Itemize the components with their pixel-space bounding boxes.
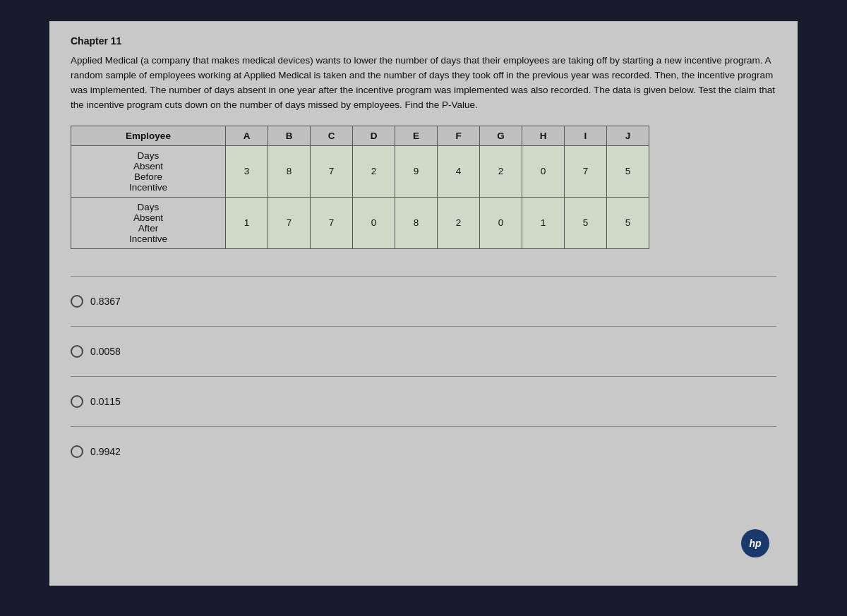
cell-after-g: 0 — [480, 197, 522, 248]
option-2-value: 0.0058 — [90, 346, 121, 357]
cell-before-b: 8 — [268, 145, 311, 197]
data-table: Employee A B C D E F G H I J DaysAbsentB… — [71, 126, 649, 249]
cell-after-b: 7 — [268, 197, 311, 248]
option-4[interactable]: 0.9942 — [71, 445, 776, 458]
radio-1[interactable] — [71, 295, 83, 308]
col-b: B — [268, 126, 311, 145]
cell-before-a: 3 — [226, 145, 268, 197]
cell-after-e: 8 — [395, 197, 438, 248]
cell-before-d: 2 — [353, 145, 395, 197]
option-3[interactable]: 0.0115 — [71, 395, 776, 408]
divider-1 — [71, 276, 776, 277]
row-before-label: DaysAbsentBeforeIncentive — [71, 145, 226, 197]
option-1[interactable]: 0.8367 — [71, 295, 776, 308]
answer-options: 0.8367 0.0058 0.0115 0.9942 — [71, 270, 776, 458]
option-3-value: 0.0115 — [90, 396, 121, 407]
row-before-incentive: DaysAbsentBeforeIncentive 3 8 7 2 9 4 2 … — [71, 145, 649, 197]
cell-after-i: 5 — [565, 197, 607, 248]
col-a: A — [226, 126, 268, 145]
col-i: I — [565, 126, 607, 145]
divider-2 — [71, 326, 776, 327]
table-header-row: Employee A B C D E F G H I J — [71, 126, 649, 145]
radio-3[interactable] — [71, 395, 83, 408]
divider-4 — [71, 426, 776, 427]
cell-after-c: 7 — [311, 197, 353, 248]
col-employee: Employee — [71, 126, 226, 145]
col-e: E — [395, 126, 438, 145]
cell-before-g: 2 — [480, 145, 522, 197]
cell-before-f: 4 — [438, 145, 480, 197]
row-after-incentive: DaysAbsentAfterIncentive 1 7 7 0 8 2 0 1… — [71, 197, 649, 248]
divider-3 — [71, 376, 776, 377]
radio-2[interactable] — [71, 345, 83, 358]
col-c: C — [311, 126, 353, 145]
col-h: H — [522, 126, 565, 145]
page-container: Chapter 11 Applied Medical (a company th… — [49, 21, 798, 586]
problem-text: Applied Medical (a company that makes me… — [71, 54, 776, 113]
col-d: D — [353, 126, 395, 145]
hp-logo: hp — [741, 529, 769, 557]
cell-after-a: 1 — [226, 197, 268, 248]
option-4-value: 0.9942 — [90, 446, 121, 457]
chapter-title: Chapter 11 — [71, 35, 776, 47]
cell-after-d: 0 — [353, 197, 395, 248]
cell-before-e: 9 — [395, 145, 438, 197]
cell-before-h: 0 — [522, 145, 565, 197]
radio-4[interactable] — [71, 445, 83, 458]
cell-before-j: 5 — [607, 145, 649, 197]
option-1-value: 0.8367 — [90, 296, 121, 307]
col-j: J — [607, 126, 649, 145]
cell-before-i: 7 — [565, 145, 607, 197]
row-after-label: DaysAbsentAfterIncentive — [71, 197, 226, 248]
cell-after-h: 1 — [522, 197, 565, 248]
cell-after-f: 2 — [438, 197, 480, 248]
cell-after-j: 5 — [607, 197, 649, 248]
col-f: F — [438, 126, 480, 145]
col-g: G — [480, 126, 522, 145]
option-2[interactable]: 0.0058 — [71, 345, 776, 358]
cell-before-c: 7 — [311, 145, 353, 197]
